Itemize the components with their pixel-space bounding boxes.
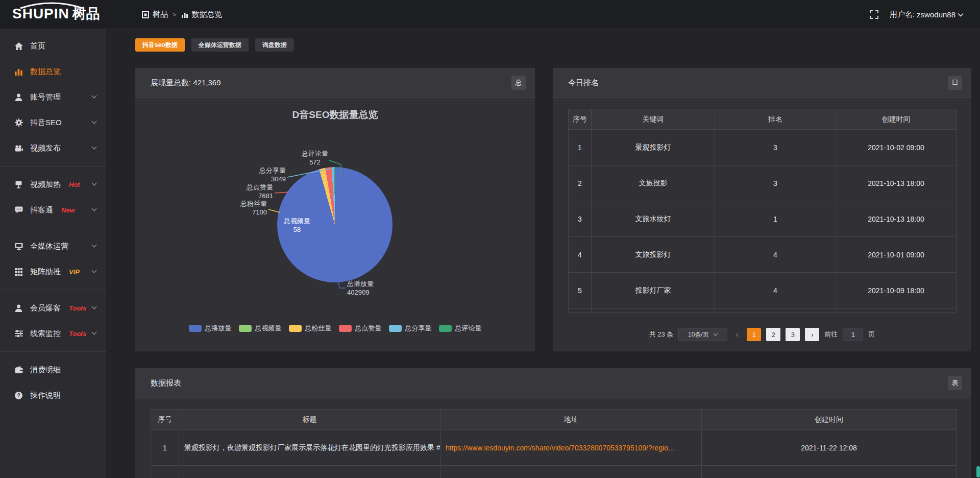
table-row: 2文旅投影32021-10-13 18:00 (569, 165, 957, 201)
page-size-select[interactable]: 10条/页 (678, 328, 727, 341)
sidebar-item-label: 数据总览 (30, 67, 61, 77)
col-title: 标题 (179, 410, 440, 430)
sidebar-item-member-burst[interactable]: 会员爆客 Tools (0, 295, 106, 321)
sidebar-divider (0, 351, 106, 352)
breadcrumb-home-icon (142, 11, 149, 18)
col-created: 创建时间 (836, 109, 957, 130)
ranking-title: 今日排名 (568, 78, 599, 88)
video-title: 景观投影灯，夜游景观投影灯厂家展示展示落花灯在花园里的灯光投影应用效果 # (179, 430, 440, 466)
chevron-down-icon (91, 146, 97, 150)
page-button-3[interactable]: 3 (786, 328, 800, 341)
chat-icon (14, 206, 23, 213)
col-url: 地址 (440, 410, 702, 430)
sidebar-item-label: 视频发布 (30, 144, 61, 153)
sidebar-divider (0, 166, 106, 166)
monitor-icon (14, 243, 23, 250)
fullscreen-icon[interactable] (870, 10, 878, 19)
sidebar-item-label: 抖客通 (30, 205, 53, 215)
user-menu[interactable]: 用户名: zswodun88 (890, 10, 964, 19)
sidebar-item-help[interactable]: ? 操作说明 (0, 383, 106, 408)
pie-label-plays: 总播放量402909 (347, 279, 403, 297)
goto-label: 前往 (824, 330, 838, 339)
page-button-2[interactable]: 2 (766, 328, 780, 341)
video-link[interactable]: https://www.iesdouyin.com/share/video/70… (446, 444, 674, 452)
total-badge-button[interactable]: 总 (511, 76, 526, 90)
sidebar-item-doukegtong[interactable]: 抖客通 New (0, 197, 106, 223)
report-table: 序号 标题 地址 创建时间 1 景观投影灯，夜游景观投影灯厂家展示展示落花灯在花… (151, 409, 957, 478)
app-logo: SHUPIN 树品 (12, 4, 100, 23)
report-title: 数据报表 (151, 378, 181, 388)
username-label: 用户名: (890, 10, 915, 19)
screen-icon (14, 181, 23, 188)
legend-swatch (189, 325, 202, 332)
legend-item[interactable]: 总视频量 (239, 324, 282, 333)
sidebar-item-expense-detail[interactable]: 消费明细 (0, 357, 106, 383)
sidebar-item-media-ops[interactable]: 全媒体运营 (0, 233, 106, 259)
overview-panel: 展现量总数: 421,369 总 D音SEO数据量总览 总评论量572 总分享量… (135, 68, 535, 351)
tab-media-ops-data[interactable]: 全媒体运营数据 (191, 38, 249, 52)
ranking-table: 序号 关键词 排名 创建时间 1景观投影灯32021-10-02 09:00 2… (568, 109, 957, 313)
sidebar-item-label: 抖音SEO (30, 118, 62, 128)
ranking-panel: 今日排名 日 序号 关键词 排名 创建时间 1景观投影灯32021-10-02 … (553, 68, 971, 351)
breadcrumb-home[interactable]: 树品 (153, 10, 168, 19)
table-row: 4文旅投影灯42021-10-01 09:00 (569, 237, 957, 273)
table-header-row: 序号 标题 地址 创建时间 (151, 410, 957, 430)
legend-item[interactable]: 总粉丝量 (289, 324, 332, 333)
table-header-row: 序号 关键词 排名 创建时间 (569, 109, 957, 130)
scrollbar-thumb[interactable] (976, 466, 980, 477)
sidebar-item-video-publish[interactable]: 视频发布 (0, 135, 106, 161)
table-badge-button[interactable]: 表 (948, 376, 962, 390)
sidebar-item-home[interactable]: 首页 (0, 33, 106, 59)
sidebar-item-data-overview[interactable]: 数据总览 (0, 59, 106, 84)
prev-page-button[interactable]: ‹ (732, 330, 742, 339)
table-row-partial (569, 308, 957, 313)
pie-chart: D音SEO数据量总览 总评论量572 总分享量3049 总点赞量7681 总粉丝… (135, 98, 535, 351)
video-camera-icon (14, 145, 23, 152)
legend-swatch (439, 325, 452, 332)
table-row-partial (151, 466, 957, 478)
sidebar-item-label: 账号管理 (30, 92, 61, 102)
chevron-down-icon (91, 306, 97, 309)
col-created: 创建时间 (702, 410, 957, 430)
sidebar-item-label: 矩阵助推 (30, 267, 61, 277)
sidebar-item-video-heat[interactable]: 视频加热 Hot (0, 172, 106, 197)
page-button-1[interactable]: 1 (747, 328, 761, 341)
grid-icon (14, 268, 23, 276)
legend-item[interactable]: 总点赞量 (339, 324, 382, 333)
table-row: 1景观投影灯32021-10-02 09:00 (569, 130, 957, 165)
pie-label-fans: 总粉丝量7100 (216, 199, 267, 217)
gear-icon (14, 118, 23, 127)
sidebar-item-douyin-seo[interactable]: 抖音SEO (0, 110, 106, 135)
sidebar-item-label: 线索监控 (30, 329, 61, 339)
sidebar-divider (0, 228, 106, 228)
tab-douyin-seo-data[interactable]: 抖音seo数据 (135, 38, 185, 52)
legend-item[interactable]: 总播放量 (189, 324, 232, 333)
legend-item[interactable]: 总评论量 (439, 324, 482, 333)
sidebar-item-label: 会员爆客 (30, 303, 61, 313)
sidebar-item-label: 首页 (30, 41, 45, 51)
col-keyword: 关键词 (592, 109, 715, 130)
col-rank: 排名 (715, 109, 836, 130)
sidebar-item-label: 操作说明 (30, 391, 61, 400)
sidebar: 首页 数据总览 账号管理 抖音SEO 视频发布 视频加热 Hot 抖客通 New… (0, 29, 106, 478)
report-panel-header: 数据报表 表 (135, 368, 971, 398)
next-page-button[interactable]: › (805, 328, 819, 341)
chart-title: D音SEO数据量总览 (135, 108, 535, 122)
legend-item[interactable]: 总分享量 (389, 324, 432, 333)
tab-inquiry-data[interactable]: 询盘数据 (255, 38, 294, 52)
hot-badge: Hot (69, 181, 80, 188)
logo-arc-icon (13, 2, 90, 9)
breadcrumb-current: 数据总览 (192, 10, 223, 19)
overview-title: 展现量总数: 421,369 (151, 78, 221, 88)
legend-swatch (289, 325, 302, 332)
sidebar-item-lead-monitor[interactable]: 线索监控 Tools (0, 321, 106, 346)
goto-page-input[interactable] (843, 328, 863, 341)
sidebar-item-matrix-boost[interactable]: 矩阵助推 VIP (0, 259, 106, 284)
tools-badge: Tools (69, 304, 86, 312)
pie-label-videos: 总视频量58 (272, 217, 323, 234)
day-badge-button[interactable]: 日 (948, 76, 962, 90)
breadcrumb-chart-icon (181, 11, 188, 18)
legend-swatch (239, 325, 252, 332)
breadcrumb: 树品 > 数据总览 (142, 0, 223, 29)
sidebar-item-account[interactable]: 账号管理 (0, 84, 106, 110)
